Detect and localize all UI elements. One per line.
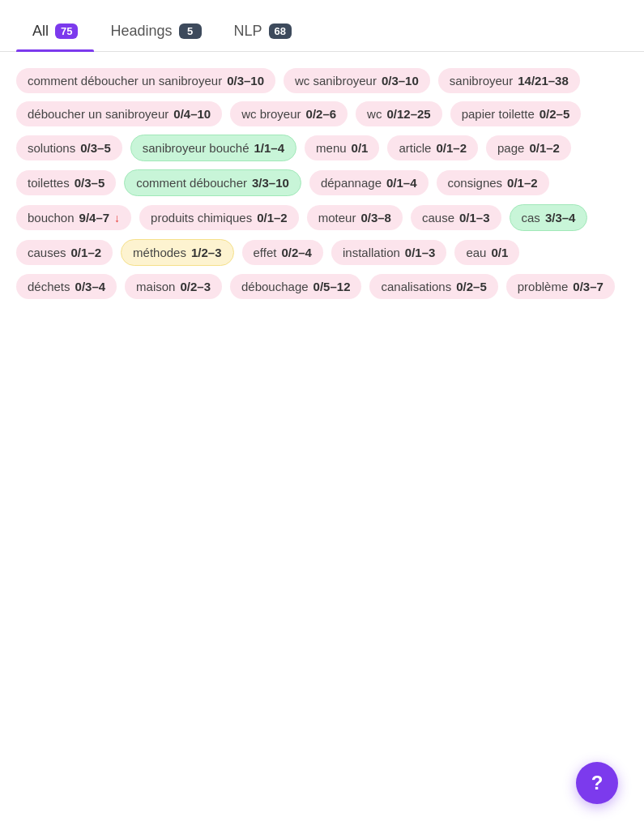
tab-badge-nlp: 68 <box>269 24 292 39</box>
tag-item[interactable]: sanibroyeur14/21–38 <box>438 68 580 93</box>
tag-value: 0/5–12 <box>313 280 351 293</box>
tag-label: déboucher un sanibroyeur <box>28 107 168 121</box>
tab-bar: All75Headings5NLP68 <box>0 0 644 52</box>
tag-item[interactable]: wc broyeur0/2–6 <box>230 101 348 126</box>
tag-value: 1/2–3 <box>191 246 222 259</box>
tag-label: wc broyeur <box>241 107 301 121</box>
tag-value: 0/3–10 <box>227 74 264 88</box>
tag-value: 0/1–2 <box>436 141 467 155</box>
tag-label: canalisations <box>381 280 451 293</box>
tag-item[interactable]: canalisations0/2–5 <box>369 274 497 299</box>
tag-item[interactable]: comment déboucher un sanibroyeur0/3–10 <box>16 68 275 93</box>
tag-item[interactable]: toilettes0/3–5 <box>16 170 116 195</box>
tab-label-headings: Headings <box>110 23 172 40</box>
tag-item[interactable]: eau0/1 <box>454 240 519 265</box>
tag-item[interactable]: dépannage0/1–4 <box>309 170 429 195</box>
tag-label: comment déboucher <box>136 176 247 190</box>
tag-item[interactable]: effet0/2–4 <box>242 240 323 265</box>
tag-item[interactable]: installation0/1–3 <box>331 240 446 265</box>
tag-item[interactable]: solutions0/3–5 <box>16 135 122 160</box>
tag-label: consignes <box>448 176 503 190</box>
tag-value: 3/3–10 <box>252 176 289 190</box>
tag-item[interactable]: consignes0/1–2 <box>437 170 549 195</box>
tag-label: bouchon <box>28 211 75 225</box>
tag-value: 9/4–7 <box>79 211 110 225</box>
help-button[interactable]: ? <box>576 762 618 804</box>
tag-value: 0/1–2 <box>257 211 288 225</box>
tag-item[interactable]: déboucher un sanibroyeur0/4–10 <box>16 101 222 126</box>
tag-item[interactable]: comment déboucher3/3–10 <box>124 169 301 196</box>
tags-content: comment déboucher un sanibroyeur0/3–10wc… <box>0 52 644 315</box>
tag-value: 0/2–5 <box>540 107 570 121</box>
tag-value: 0/1–3 <box>459 211 490 225</box>
tab-nlp[interactable]: NLP68 <box>218 13 308 51</box>
tag-value: 0/2–6 <box>306 107 337 121</box>
tag-label: papier toilette <box>462 107 535 121</box>
tag-item[interactable]: page0/1–2 <box>486 135 571 160</box>
tag-item[interactable]: wc0/12–25 <box>356 101 442 126</box>
tag-label: sanibroyeur <box>450 74 513 88</box>
tag-item[interactable]: bouchon9/4–7↓ <box>16 205 131 230</box>
tag-item[interactable]: papier toilette0/2–5 <box>450 101 582 126</box>
tag-item[interactable]: débouchage0/5–12 <box>230 274 361 299</box>
tag-label: produits chimiques <box>151 211 252 225</box>
tag-item[interactable]: article0/1–2 <box>387 135 478 160</box>
tab-label-all: All <box>32 23 49 40</box>
tag-label: causes <box>28 246 66 259</box>
tag-value: 0/2–5 <box>456 280 487 293</box>
tag-value: 0/1 <box>491 246 508 259</box>
tag-label: wc sanibroyeur <box>295 74 377 88</box>
tag-value: 0/4–10 <box>173 107 211 121</box>
tag-item[interactable]: déchets0/3–4 <box>16 274 117 299</box>
tag-value: 0/3–7 <box>573 280 603 293</box>
tag-value: 14/21–38 <box>518 74 569 88</box>
tag-label: dépannage <box>321 176 382 190</box>
tag-label: problème <box>518 280 569 293</box>
tag-item[interactable]: produits chimiques0/1–2 <box>139 205 299 230</box>
tag-item[interactable]: maison0/2–3 <box>125 274 222 299</box>
tag-label: wc <box>367 107 382 121</box>
tag-item[interactable]: menu0/1 <box>305 135 379 160</box>
tag-item[interactable]: sanibroyeur bouché1/1–4 <box>130 135 296 161</box>
tag-label: page <box>497 141 524 155</box>
tag-label: déchets <box>28 280 70 293</box>
tag-label: cause <box>422 211 454 225</box>
tag-value: 0/1–4 <box>386 176 417 190</box>
tag-label: toilettes <box>28 176 70 190</box>
tag-value: 0/1–3 <box>405 246 436 259</box>
tag-value: 0/2–3 <box>180 280 211 293</box>
tag-label: installation <box>343 246 400 259</box>
tag-label: solutions <box>28 141 75 155</box>
tab-badge-all: 75 <box>55 24 78 39</box>
tags-container: comment déboucher un sanibroyeur0/3–10wc… <box>16 68 628 299</box>
tag-label: eau <box>466 246 486 259</box>
tag-item[interactable]: problème0/3–7 <box>506 274 615 299</box>
tag-label: sanibroyeur bouché <box>143 141 249 155</box>
tag-value: 3/3–4 <box>545 211 576 225</box>
tag-value: 0/2–4 <box>281 246 312 259</box>
tag-item[interactable]: wc sanibroyeur0/3–10 <box>284 68 430 93</box>
tab-all[interactable]: All75 <box>16 13 94 51</box>
tab-headings[interactable]: Headings5 <box>94 13 217 51</box>
tab-badge-headings: 5 <box>179 24 202 39</box>
arrow-down-icon: ↓ <box>114 212 120 225</box>
tag-label: effet <box>254 246 277 259</box>
tag-label: maison <box>136 280 175 293</box>
tag-item[interactable]: cas3/3–4 <box>510 204 588 231</box>
tab-label-nlp: NLP <box>234 23 262 40</box>
tag-value: 0/3–4 <box>75 280 106 293</box>
tag-value: 0/1–2 <box>507 176 538 190</box>
tag-label: menu <box>316 141 347 155</box>
tag-item[interactable]: cause0/1–3 <box>411 205 501 230</box>
tag-value: 0/1–2 <box>529 141 560 155</box>
tag-value: 0/3–5 <box>75 176 105 190</box>
tag-value: 0/1–2 <box>71 246 102 259</box>
tag-item[interactable]: moteur0/3–8 <box>307 205 403 230</box>
tag-label: moteur <box>318 211 356 225</box>
tag-value: 0/3–5 <box>80 141 111 155</box>
tag-item[interactable]: causes0/1–2 <box>16 240 113 265</box>
tag-item[interactable]: méthodes1/2–3 <box>121 239 233 266</box>
tag-label: débouchage <box>241 280 309 293</box>
tag-value: 0/12–25 <box>386 107 430 121</box>
tag-label: méthodes <box>133 246 186 259</box>
